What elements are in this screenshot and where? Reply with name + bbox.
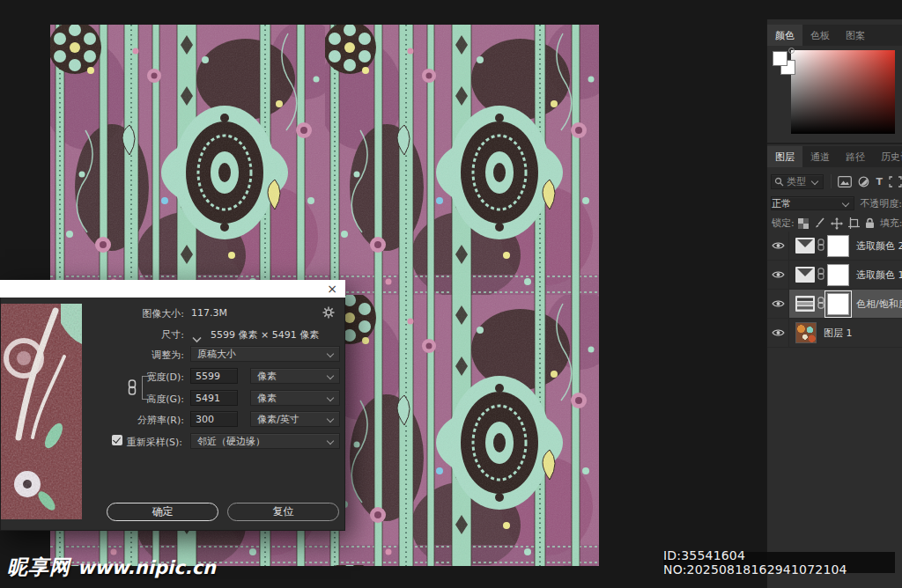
- chevron-down-icon: [812, 179, 818, 185]
- selective-color-adjustment-icon[interactable]: [795, 238, 815, 254]
- dialog-body: 图像大小: 117.3M 尺寸: 5599 像素 × 5491 像素 调整为: …: [0, 298, 345, 531]
- layer-mask-thumbnail[interactable]: [827, 264, 849, 286]
- fit-to-dropdown[interactable]: 原稿大小: [190, 346, 340, 362]
- panel-divider: [767, 143, 902, 144]
- resolution-unit-value: 像素/英寸: [257, 413, 299, 426]
- adjustment-layer-filter-icon[interactable]: [858, 176, 869, 187]
- chevron-down-icon: [328, 438, 334, 445]
- height-label: 高度(G):: [54, 393, 184, 406]
- tab-swatches[interactable]: 色板: [802, 25, 838, 46]
- width-unit-dropdown[interactable]: 像素: [250, 368, 340, 384]
- lock-row: 锁定: 填充:: [767, 215, 902, 232]
- pixel-layer-thumbnail[interactable]: [795, 322, 817, 343]
- search-icon: [774, 177, 784, 187]
- tab-layers[interactable]: 图层: [767, 146, 802, 167]
- foreground-color-swatch[interactable]: [773, 51, 787, 66]
- resolution-label: 分辨率(R):: [54, 414, 184, 427]
- color-picker-marker[interactable]: [788, 48, 795, 54]
- layer-filter-type-label: 类型: [787, 175, 806, 188]
- constrain-proportions-chain-icon[interactable]: [128, 379, 137, 399]
- selective-color-adjustment-icon[interactable]: [795, 267, 815, 283]
- shape-layer-filter-icon[interactable]: [889, 176, 902, 187]
- color-panel-tabs: 颜色 色板 图案: [767, 25, 902, 46]
- layer-name[interactable]: 选取颜色 2: [856, 239, 902, 253]
- type-layer-filter-icon[interactable]: T: [876, 176, 883, 187]
- right-panel: 颜色 色板 图案 图层 通道 路径 历史记录 类型: [766, 19, 902, 588]
- layer-mask-link-icon[interactable]: [817, 238, 824, 254]
- layer-row-layer-1[interactable]: 图层 1: [767, 319, 902, 348]
- tab-paths[interactable]: 路径: [838, 146, 873, 167]
- reset-button[interactable]: 复位: [227, 503, 339, 521]
- constrain-bracket-top: [142, 376, 150, 377]
- blend-mode-value: 正常: [772, 197, 791, 210]
- tab-history[interactable]: 历史记录: [873, 146, 902, 167]
- constrain-bracket-bottom: [142, 399, 150, 400]
- blend-mode-row: 正常 不透明度:: [767, 194, 902, 213]
- layer-name[interactable]: 图层 1: [824, 327, 853, 340]
- lock-artboard-icon[interactable]: [848, 217, 860, 229]
- resolution-input[interactable]: [190, 411, 238, 427]
- layer-name[interactable]: 色相/饱和度: [856, 298, 902, 311]
- tab-color[interactable]: 颜色: [767, 25, 802, 46]
- opacity-label: 不透明度:: [860, 197, 902, 210]
- pixel-layer-filter-icon[interactable]: [838, 176, 852, 187]
- chevron-down-icon: [328, 373, 334, 379]
- layer-mask-link-icon[interactable]: [817, 296, 824, 312]
- chevron-down-icon: [328, 416, 334, 423]
- lock-position-move-icon[interactable]: [831, 217, 843, 230]
- visibility-eye-icon[interactable]: [767, 232, 789, 260]
- dimensions-dropdown-chevron-icon[interactable]: [192, 330, 202, 347]
- layer-row-selective-color-1[interactable]: 选取颜色 1: [767, 261, 902, 290]
- layer-list: 选取颜色 2 选取颜色 1: [767, 232, 902, 348]
- photoshop-workspace: 颜色 色板 图案 图层 通道 路径 历史记录 类型: [0, 0, 902, 588]
- image-size-value: 117.3M: [191, 307, 227, 319]
- layer-filter-type-dropdown[interactable]: 类型: [771, 174, 824, 189]
- height-unit-dropdown[interactable]: 像素: [250, 390, 340, 406]
- color-picker-field[interactable]: [791, 50, 895, 134]
- fit-to-value: 原稿大小: [197, 348, 236, 361]
- layer-row-selective-color-2[interactable]: 选取颜色 2: [767, 232, 902, 261]
- image-size-dialog: ×: [0, 280, 345, 531]
- blend-mode-dropdown[interactable]: 正常: [771, 196, 854, 210]
- layer-filter-row: 类型 T: [767, 171, 902, 192]
- hue-saturation-adjustment-icon[interactable]: [795, 296, 815, 312]
- visibility-eye-icon[interactable]: [767, 290, 789, 318]
- layer-row-hue-saturation[interactable]: 色相/饱和度: [767, 290, 902, 319]
- layers-panel-tabs: 图层 通道 路径 历史记录: [767, 146, 902, 167]
- layer-name[interactable]: 选取颜色 1: [856, 268, 902, 282]
- visibility-eye-icon[interactable]: [767, 319, 789, 347]
- visibility-eye-icon[interactable]: [767, 261, 789, 289]
- resample-label: 重新采样(S):: [71, 436, 182, 449]
- lock-all-padlock-icon[interactable]: [865, 217, 875, 229]
- tab-patterns[interactable]: 图案: [838, 25, 873, 46]
- close-icon[interactable]: ×: [324, 281, 340, 297]
- image-id-text: ID:35541604 NO:20250818162941072104: [663, 548, 895, 577]
- watermark-site-name: 昵享网: [7, 554, 70, 581]
- layer-mask-thumbnail-targeted[interactable]: [827, 293, 849, 315]
- chevron-down-icon: [328, 395, 334, 401]
- layer-mask-link-icon[interactable]: [817, 267, 824, 283]
- width-label: 宽度(D):: [54, 371, 184, 384]
- lock-transparency-icon[interactable]: [798, 218, 809, 229]
- watermark: 昵享网 www.nipic.cn: [7, 554, 216, 581]
- chevron-down-icon: [843, 201, 849, 207]
- width-input[interactable]: [190, 368, 238, 384]
- resample-method-dropdown[interactable]: 邻近（硬边缘）: [190, 433, 340, 449]
- lock-pixels-brush-icon[interactable]: [814, 217, 825, 229]
- layer-mask-thumbnail[interactable]: [827, 235, 849, 257]
- constrain-bracket-side: [142, 376, 143, 399]
- image-size-label: 图像大小:: [54, 307, 184, 320]
- resolution-unit-dropdown[interactable]: 像素/英寸: [250, 411, 340, 427]
- lock-label: 锁定:: [772, 217, 795, 230]
- fit-to-label: 调整为:: [54, 349, 184, 362]
- image-id-bar: ID:35541604 NO:20250818162941072104: [663, 552, 895, 573]
- height-input[interactable]: [190, 390, 238, 406]
- dialog-titlebar[interactable]: ×: [0, 280, 345, 298]
- dimensions-label: 尺寸:: [54, 328, 184, 342]
- tab-channels[interactable]: 通道: [802, 146, 838, 167]
- chevron-down-icon: [328, 351, 334, 357]
- gear-icon[interactable]: [322, 305, 335, 322]
- width-unit-value: 像素: [257, 370, 277, 383]
- ok-button[interactable]: 确定: [107, 503, 218, 521]
- watermark-url: www.nipic.cn: [78, 557, 216, 578]
